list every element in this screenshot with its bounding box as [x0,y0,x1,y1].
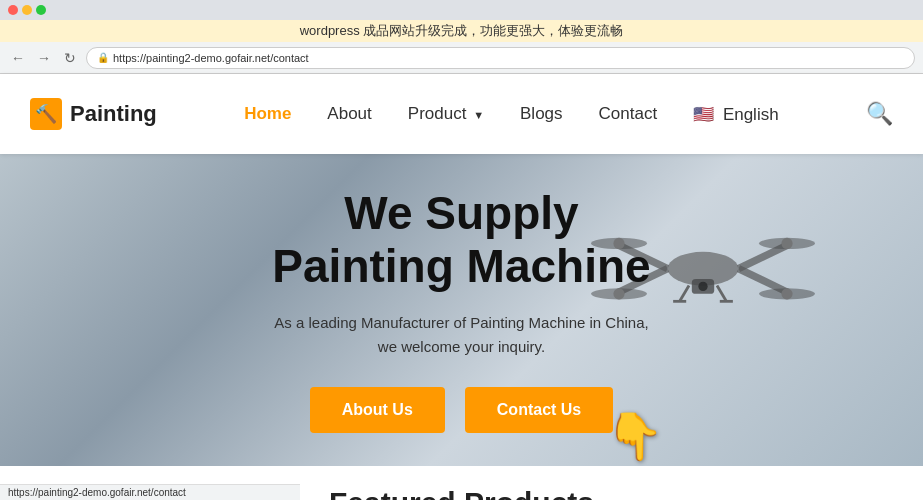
hero-title: We Supply Painting Machine [272,187,650,293]
back-button[interactable]: ← [8,48,28,68]
address-bar-row: ← → ↻ 🔒 https://painting2-demo.gofair.ne… [0,42,923,74]
address-bar[interactable]: 🔒 https://painting2-demo.gofair.net/cont… [86,47,915,69]
status-bar: https://painting2-demo.gofair.net/contac… [0,484,300,500]
nav-item-home[interactable]: Home [244,104,291,124]
svg-point-10 [781,238,792,249]
site-nav: 🔨 Painting Home About Product ▼ Blogs Co… [0,74,923,154]
notification-bar: wordpress 成品网站升级完成，功能更强大，体验更流畅 [0,20,923,42]
search-icon[interactable]: 🔍 [866,101,893,127]
nav-blogs-link[interactable]: Blogs [520,104,563,123]
browser-chrome [0,0,923,20]
hero-content: We Supply Painting Machine As a leading … [252,187,670,433]
nav-item-contact[interactable]: Contact [599,104,658,124]
logo-text: Painting [70,101,157,127]
logo-area[interactable]: 🔨 Painting [30,98,157,130]
maximize-dot[interactable] [36,5,46,15]
nav-item-lang[interactable]: 🇺🇸 English [693,104,779,125]
close-dot[interactable] [8,5,18,15]
svg-line-16 [717,285,726,301]
hero-buttons: About Us Contact Us 👇 [272,387,650,433]
minimize-dot[interactable] [22,5,32,15]
nav-item-blogs[interactable]: Blogs [520,104,563,124]
hero-subtitle: As a leading Manufacturer of Painting Ma… [272,311,650,359]
svg-point-12 [781,288,792,299]
about-us-button[interactable]: About Us [310,387,445,433]
nav-contact-link[interactable]: Contact [599,104,658,123]
contact-us-button[interactable]: Contact Us [465,387,613,433]
forward-button[interactable]: → [34,48,54,68]
lock-icon: 🔒 [97,52,109,63]
svg-line-15 [680,285,689,301]
flag-icon: 🇺🇸 [693,105,714,124]
nav-product-link[interactable]: Product ▼ [408,104,484,123]
nav-item-about[interactable]: About [327,104,371,124]
contact-button-wrapper: Contact Us 👇 [465,387,613,433]
nav-home-link[interactable]: Home [244,104,291,123]
nav-item-product[interactable]: Product ▼ [408,104,484,124]
logo-icon: 🔨 [30,98,62,130]
refresh-button[interactable]: ↻ [60,48,80,68]
nav-about-link[interactable]: About [327,104,371,123]
hero-section: We Supply Painting Machine As a leading … [0,154,923,466]
nav-lang-link[interactable]: 🇺🇸 English [693,105,779,124]
nav-links: Home About Product ▼ Blogs Contact 🇺🇸 En… [157,104,866,125]
chevron-down-icon: ▼ [473,109,484,121]
svg-point-14 [698,282,707,291]
